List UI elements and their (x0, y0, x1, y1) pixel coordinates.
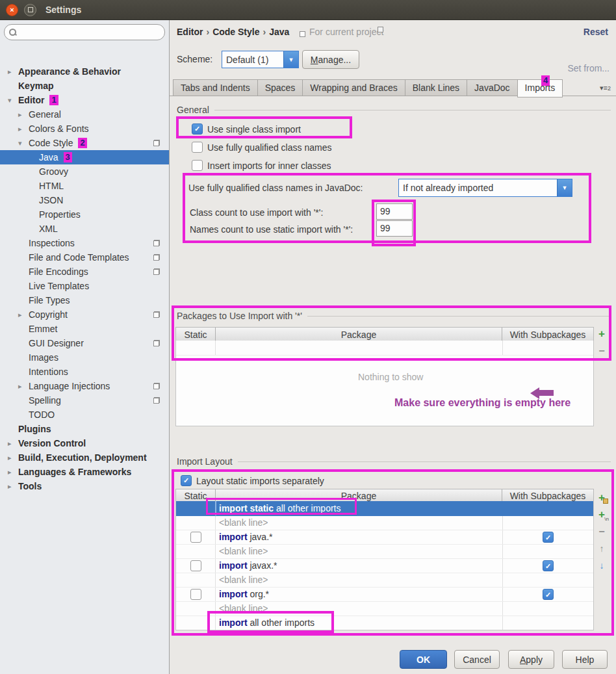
table-row-blank-line[interactable]: <blank line> (176, 544, 593, 559)
chevron-right-icon[interactable]: ▸ (8, 436, 12, 450)
sidebar-item-general[interactable]: ▸General (0, 107, 169, 122)
apply-button[interactable]: Apply (508, 650, 554, 669)
sidebar-item-file-encodings[interactable]: File Encodings (0, 265, 169, 279)
chevron-right-icon[interactable]: ▸ (8, 450, 12, 465)
tab-imports[interactable]: Imports (517, 79, 563, 97)
remove-entry-button[interactable]: − (594, 523, 610, 540)
layout-static-imports-checkbox[interactable]: ✓ Layout static imports separately (181, 475, 324, 486)
add-package-button[interactable]: + (594, 489, 610, 506)
chevron-down-icon[interactable]: ▾ (8, 93, 12, 107)
breadcrumb-code-style[interactable]: Code Style (212, 27, 259, 37)
cancel-button[interactable]: Cancel (454, 650, 500, 669)
packages-table-body[interactable] (175, 341, 594, 426)
sidebar-item-properties[interactable]: Properties (0, 207, 169, 222)
checkbox-checked-icon[interactable]: ✓ (181, 475, 192, 486)
names-count-input[interactable]: 99 (376, 220, 413, 237)
tab-javadoc[interactable]: JavaDoc (467, 79, 517, 96)
restore-icon[interactable] (24, 4, 36, 16)
checkbox-unchecked-icon[interactable] (190, 532, 201, 543)
checkbox-unchecked-icon[interactable] (192, 142, 203, 153)
sidebar-item-intentions[interactable]: Intentions (0, 365, 169, 379)
use-single-class-import-checkbox[interactable]: ✓ Use single class import (192, 123, 301, 135)
shared-settings-icon (153, 383, 160, 389)
move-down-button[interactable]: ↓ (594, 557, 610, 574)
tab-tabs-and-indents[interactable]: Tabs and Indents (173, 79, 258, 96)
chevron-right-icon[interactable]: ▸ (18, 307, 22, 322)
checkbox-unchecked-icon[interactable] (190, 589, 201, 600)
sidebar-item-live-templates[interactable]: Live Templates (0, 279, 169, 293)
tab-spaces[interactable]: Spaces (257, 79, 303, 96)
sidebar-item-languages-frameworks[interactable]: ▸Languages & Frameworks (0, 465, 169, 479)
table-row-blank-line[interactable]: <blank line> (176, 601, 593, 616)
sidebar-item-html[interactable]: HTML (0, 179, 169, 193)
checkbox-unchecked-icon[interactable] (192, 160, 203, 171)
search-icon (9, 29, 16, 36)
sidebar-item-file-code-templates[interactable]: File and Code Templates (0, 250, 169, 265)
chevron-right-icon[interactable]: ▸ (18, 107, 22, 122)
insert-imports-inner-classes-checkbox[interactable]: Insert imports for inner classes (192, 160, 331, 171)
reset-link[interactable]: Reset (584, 27, 608, 37)
table-row-import-all-other[interactable]: import all other imports (176, 616, 593, 630)
javadoc-fqn-select[interactable]: If not already imported ▼ (398, 179, 572, 197)
table-row-blank-line[interactable]: <blank line> (176, 515, 593, 530)
close-icon[interactable]: × (6, 4, 18, 16)
chevron-right-icon[interactable]: ▸ (8, 479, 12, 493)
chevron-right-icon[interactable]: ▸ (8, 64, 12, 79)
sidebar-item-colors-fonts[interactable]: ▸Colors & Fonts (0, 122, 169, 136)
sidebar-item-version-control[interactable]: ▸Version Control (0, 436, 169, 450)
sidebar-item-inspections[interactable]: Inspections (0, 236, 169, 250)
ok-button[interactable]: OK (400, 650, 447, 669)
checkbox-checked-icon[interactable]: ✓ (543, 589, 554, 600)
breadcrumb-editor[interactable]: Editor (177, 27, 203, 37)
table-row-import-org[interactable]: import org.* ✓ (176, 587, 593, 602)
sidebar-item-plugins[interactable]: Plugins (0, 422, 169, 436)
checkbox-checked-icon[interactable]: ✓ (543, 560, 554, 571)
remove-package-button[interactable]: − (594, 343, 610, 359)
sidebar-item-emmet[interactable]: Emmet (0, 322, 169, 336)
sidebar-item-java[interactable]: Java3 (0, 150, 169, 164)
checkbox-unchecked-icon[interactable] (190, 560, 201, 571)
search-input[interactable] (4, 24, 165, 40)
sidebar-item-images[interactable]: Images (0, 350, 169, 365)
annotation-badge-2: 2 (78, 138, 86, 148)
sidebar-item-code-style[interactable]: ▾Code Style2 (0, 136, 169, 150)
sidebar-item-gui-designer[interactable]: GUI Designer (0, 336, 169, 350)
table-row-import-javax[interactable]: import javax.* ✓ (176, 558, 593, 573)
sidebar-item-language-injections[interactable]: ▸Language Injections (0, 379, 169, 393)
sidebar-item-editor[interactable]: ▾Editor1 (0, 93, 169, 107)
add-package-button[interactable]: + (594, 326, 610, 343)
sidebar-item-json[interactable]: JSON (0, 193, 169, 207)
tab-wrapping-and-braces[interactable]: Wrapping and Braces (302, 79, 405, 96)
add-blank-line-button[interactable]: +\n (594, 506, 610, 523)
sidebar-item-build-execution-deployment[interactable]: ▸Build, Execution, Deployment (0, 450, 169, 465)
checkbox-checked-icon[interactable]: ✓ (192, 123, 203, 135)
table-row-import-static-all-other[interactable]: import static all other imports (176, 501, 593, 516)
table-row-import-java[interactable]: import java.* ✓ (176, 530, 593, 545)
checkbox-checked-icon[interactable]: ✓ (543, 532, 554, 543)
sidebar-item-appearance-behavior[interactable]: ▸Appearance & Behavior (0, 64, 169, 79)
sidebar-item-file-types[interactable]: File Types (0, 293, 169, 307)
scheme-select[interactable]: Default (1) ▼ (222, 51, 299, 68)
sidebar-item-copyright[interactable]: ▸Copyright (0, 307, 169, 322)
sidebar-item-todo[interactable]: TODO (0, 408, 169, 422)
sidebar-item-keymap[interactable]: Keymap (0, 79, 169, 93)
tab-blank-lines[interactable]: Blank Lines (405, 79, 467, 96)
help-button[interactable]: Help (562, 650, 608, 669)
set-from-link[interactable]: Set from... (567, 63, 610, 73)
class-count-input[interactable]: 99 (376, 203, 413, 220)
shared-settings-icon (153, 254, 160, 261)
sidebar-item-xml[interactable]: XML (0, 222, 169, 236)
move-up-button[interactable]: ↑ (594, 540, 610, 557)
chevron-down-icon[interactable]: ▾ (18, 136, 22, 150)
hidden-tabs-icon[interactable]: ▾≡2 (600, 84, 611, 92)
sidebar-item-spelling[interactable]: Spelling (0, 393, 169, 408)
sidebar-item-tools[interactable]: ▸Tools (0, 479, 169, 493)
sidebar-item-groovy[interactable]: Groovy (0, 164, 169, 179)
table-row-blank-line[interactable]: <blank line> (176, 573, 593, 588)
use-fully-qualified-names-checkbox[interactable]: Use fully qualified class names (192, 142, 331, 153)
chevron-right-icon[interactable]: ▸ (8, 465, 12, 479)
manage-button[interactable]: Manage... (302, 50, 359, 69)
chevron-right-icon[interactable]: ▸ (18, 379, 22, 393)
import-layout-toolbar: + +\n − ↑ ↓ (594, 489, 610, 574)
chevron-right-icon[interactable]: ▸ (18, 122, 22, 136)
